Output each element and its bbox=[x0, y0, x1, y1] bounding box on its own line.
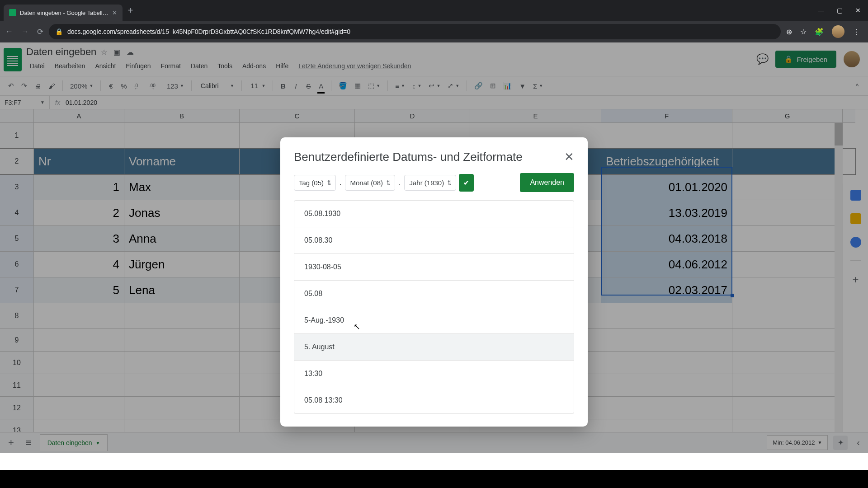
month-chip[interactable]: Monat (08)⇅ bbox=[345, 175, 395, 191]
format-option[interactable]: 5. August bbox=[294, 334, 574, 361]
star-icon[interactable]: ☆ bbox=[800, 28, 807, 36]
close-dialog-icon[interactable]: ✕ bbox=[564, 150, 574, 164]
menu-icon[interactable]: ⋮ bbox=[853, 28, 860, 36]
browser-tab[interactable]: Daten eingeben - Google Tabell… ✕ bbox=[4, 5, 123, 21]
year-chip[interactable]: Jahr (1930)⇅ bbox=[404, 175, 456, 191]
tab-title: Daten eingeben - Google Tabell… bbox=[20, 9, 108, 16]
close-tab-icon[interactable]: ✕ bbox=[112, 9, 117, 16]
dialog-title: Benutzerdefinierte Datums- und Zeitforma… bbox=[294, 150, 523, 164]
address-bar: ← → ⟳ 🔒 docs.google.com/spreadsheets/d/1… bbox=[0, 21, 868, 42]
chevron-updown-icon: ⇅ bbox=[327, 179, 331, 187]
chevron-updown-icon: ⇅ bbox=[448, 179, 451, 187]
new-tab-button[interactable]: + bbox=[123, 5, 139, 16]
format-option[interactable]: 1930-08-05 bbox=[294, 254, 574, 281]
profile-avatar[interactable] bbox=[832, 25, 844, 38]
window-controls: — ▢ ✕ bbox=[818, 7, 864, 14]
url-box[interactable]: 🔒 docs.google.com/spreadsheets/d/15_k45N… bbox=[49, 24, 781, 39]
extensions-icon[interactable]: 🧩 bbox=[815, 28, 824, 36]
lock-icon: 🔒 bbox=[55, 28, 63, 35]
format-option[interactable]: 05.08 13:30 bbox=[294, 387, 574, 413]
format-option[interactable]: 5-Aug.-1930 bbox=[294, 307, 574, 334]
zoom-icon[interactable]: ⊕ bbox=[786, 28, 792, 36]
forward-icon[interactable]: → bbox=[21, 27, 29, 37]
apply-button[interactable]: Anwenden bbox=[520, 173, 574, 192]
reload-icon[interactable]: ⟳ bbox=[37, 27, 43, 37]
confirm-format-icon[interactable]: ✔ bbox=[459, 174, 474, 192]
day-chip[interactable]: Tag (05)⇅ bbox=[294, 175, 336, 191]
format-option[interactable]: 05.08.30 bbox=[294, 227, 574, 254]
format-option[interactable]: 05.08 bbox=[294, 281, 574, 307]
format-option[interactable]: 13:30 bbox=[294, 361, 574, 387]
maximize-icon[interactable]: ▢ bbox=[837, 7, 843, 14]
minimize-icon[interactable]: — bbox=[818, 7, 824, 14]
back-icon[interactable]: ← bbox=[5, 27, 13, 37]
sheets-favicon bbox=[9, 9, 16, 16]
format-list[interactable]: 05.08.1930 05.08.30 1930-08-05 05.08 5-A… bbox=[294, 200, 574, 414]
date-format-dialog: Benutzerdefinierte Datums- und Zeitforma… bbox=[280, 137, 588, 427]
url-text: docs.google.com/spreadsheets/d/15_k45NpF… bbox=[67, 28, 350, 35]
chevron-updown-icon: ⇅ bbox=[387, 179, 390, 187]
close-window-icon[interactable]: ✕ bbox=[855, 7, 861, 14]
format-option[interactable]: 05.08.1930 bbox=[294, 201, 574, 227]
browser-tab-bar: Daten eingeben - Google Tabell… ✕ + — ▢ … bbox=[0, 0, 868, 21]
